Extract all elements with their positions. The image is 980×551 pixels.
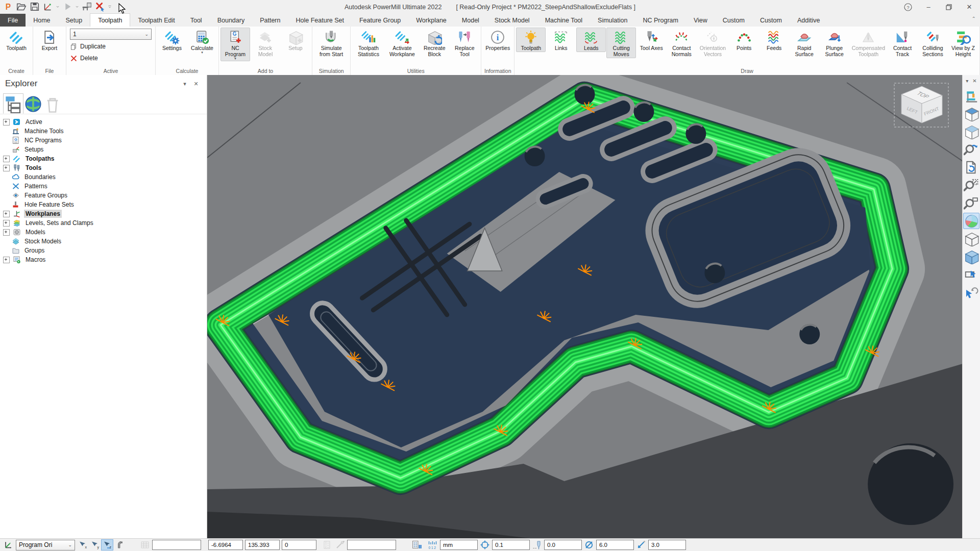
view-tool-cursor-undo-button[interactable]	[963, 284, 979, 300]
ribbon-button-calculate[interactable]: Calculate▾	[187, 28, 217, 55]
ribbon-button-contact-track[interactable]: Contact Track	[888, 28, 917, 58]
workplane-select[interactable]: Program Ori⌄	[16, 540, 75, 550]
statusbar-field-mm[interactable]: mm	[440, 540, 478, 550]
ribbon-button-duplicate[interactable]: Duplicate	[70, 41, 152, 52]
view-toolbar-menu-chevron[interactable]: ▾	[966, 78, 968, 84]
explorer-tool-globe-view[interactable]	[23, 94, 43, 114]
view-tool-refresh-page-button[interactable]	[963, 159, 979, 176]
tab-additive[interactable]: Additive	[790, 14, 827, 27]
statusbar-field-6.0[interactable]: 6.0	[596, 540, 634, 550]
tree-item-tools[interactable]: Tools	[0, 163, 207, 172]
ribbon-button-feeds[interactable]: Feeds	[760, 28, 789, 52]
ribbon-button-delete[interactable]: Delete	[70, 53, 152, 63]
ribbon-button-nc-program[interactable]: GNC Program▾	[220, 28, 250, 61]
ribbon-button-replace-tool[interactable]: Replace Tool	[450, 28, 479, 58]
active-toolpath-select[interactable]: 1⌄	[70, 29, 152, 40]
statusbar-crosshair-button[interactable]	[479, 539, 491, 550]
view-tool-wire-cube-button[interactable]	[963, 231, 979, 247]
view-toolbar-close-icon[interactable]: ✕	[972, 78, 976, 84]
close-button[interactable]: ✕	[961, 1, 978, 13]
tree-item-stock-models[interactable]: Stock Models	[0, 237, 207, 246]
tree-expander-icon[interactable]	[3, 165, 10, 171]
ribbon-button-properties[interactable]: iProperties	[483, 28, 512, 52]
view-cube[interactable]: TOP LEFT FRONT	[893, 82, 950, 129]
tab-toolpath[interactable]: Toolpath	[90, 13, 130, 27]
tab-machine-tool[interactable]: Machine Tool	[537, 14, 590, 27]
ribbon-button-recreate-block[interactable]: Recreate Block	[420, 28, 449, 58]
tab-toolpath-edit[interactable]: Toolpath Edit	[130, 14, 182, 27]
statusbar-empty-field[interactable]	[347, 540, 396, 550]
tree-item-active[interactable]: Active	[0, 117, 207, 127]
tree-item-hole-feature-sets[interactable]: Hole Feature Sets	[0, 200, 207, 209]
tab-tool[interactable]: Tool	[183, 14, 210, 27]
statusbar-counter-button[interactable]	[410, 539, 423, 550]
tree-expander-icon[interactable]	[3, 211, 10, 217]
view-tool-zoom-window-button[interactable]	[963, 195, 979, 211]
tab-workplane[interactable]: Workplane	[408, 14, 454, 27]
dropdown-caret[interactable]: ▾	[201, 51, 203, 54]
restore-button[interactable]	[940, 1, 958, 13]
tree-item-toolpaths[interactable]: Toolpaths	[0, 154, 207, 163]
statusbar-clamp-button[interactable]	[113, 539, 126, 550]
tree-item-models[interactable]: Models	[0, 228, 207, 237]
tab-simulation[interactable]: Simulation	[590, 14, 635, 27]
statusbar-field-3.0[interactable]: 3.0	[648, 540, 686, 550]
tab-hole-feature-set[interactable]: Hole Feature Set	[288, 14, 352, 27]
ribbon-button-toolpath-statistics[interactable]: Toolpath Statistics	[352, 28, 384, 58]
tree-expander-icon[interactable]	[3, 229, 10, 236]
tree-expander-icon[interactable]	[3, 220, 10, 227]
statusbar-field-0[interactable]: 0	[282, 540, 316, 550]
ribbon-button-links[interactable]: Links	[546, 28, 576, 52]
statusbar-pointer-y-button[interactable]: y	[89, 539, 101, 550]
tree-item-boundaries[interactable]: Boundaries	[0, 172, 207, 182]
tree-item-levels-sets-and-clamps[interactable]: Levels, Sets and Clamps	[0, 218, 207, 228]
dropdown-caret[interactable]: ▾	[234, 57, 236, 60]
viewport-3d[interactable]: TOP LEFT FRONT ▾ ✕	[207, 75, 980, 539]
tab-custom-18[interactable]: Custom	[752, 14, 790, 27]
view-tool-shading-button[interactable]	[963, 213, 979, 229]
statusbar-pointer-z-button[interactable]: z	[101, 539, 113, 550]
statusbar-diameter-button[interactable]	[583, 539, 595, 550]
statusbar-field--6.6964[interactable]: -6.6964	[208, 540, 243, 550]
tree-item-nc-programs[interactable]: GNC Programs	[0, 136, 207, 145]
explorer-tool-tree-view[interactable]	[3, 93, 23, 114]
tab-feature-group[interactable]: Feature Group	[352, 14, 408, 27]
tab-pattern[interactable]: Pattern	[252, 14, 288, 27]
view-tool-shaded-cube-button[interactable]	[963, 248, 979, 265]
tree-expander-icon[interactable]	[3, 119, 10, 126]
ribbon-button-settings[interactable]: Settings	[157, 28, 187, 52]
statusbar-pointer-x-button[interactable]: x	[77, 539, 89, 550]
view-tool-select-box-button[interactable]	[963, 266, 979, 283]
ribbon-button-view-by-z-height[interactable]: View by Z Height	[948, 28, 978, 58]
ribbon-button-cutting-moves[interactable]: Cutting Moves	[606, 28, 636, 58]
tree-item-setups[interactable]: Setups	[0, 145, 207, 154]
ribbon-button-tool-axes[interactable]: Tool Axes	[636, 28, 666, 52]
help-button[interactable]: ?	[899, 1, 917, 13]
tab-view[interactable]: View	[686, 14, 715, 27]
statusbar-field-135.393[interactable]: 135.393	[245, 540, 280, 550]
ribbon-button-simulate-from-start[interactable]: Simulate from Start	[314, 28, 349, 58]
explorer-menu-chevron[interactable]: ▾	[179, 81, 190, 87]
view-tool-zoom-refresh-button[interactable]	[963, 141, 979, 158]
ribbon-button-rapid-surface[interactable]: Rapid Surface	[790, 28, 819, 58]
ribbon-button-colliding-sections[interactable]: Colliding Sections	[918, 28, 948, 58]
statusbar-axes-button[interactable]	[2, 539, 14, 550]
view-tool-machine-button[interactable]	[963, 88, 979, 104]
tree-item-feature-groups[interactable]: Feature Groups	[0, 191, 207, 200]
statusbar-tool-tip-button[interactable]	[531, 539, 543, 550]
statusbar-length-arrow-button[interactable]	[635, 539, 647, 550]
ribbon-button-points[interactable]: Points	[729, 28, 759, 52]
minimize-button[interactable]: –	[920, 1, 937, 13]
statusbar-ruler-button[interactable]: 0 1 2	[427, 539, 439, 550]
ribbon-button-plunge-surface[interactable]: Plunge Surface	[820, 28, 849, 58]
tree-item-machine-tools[interactable]: Machine Tools	[0, 127, 207, 136]
ribbon-collapse-chevron[interactable]: ⌃	[972, 16, 976, 21]
view-tool-zoom-fit-button[interactable]	[963, 177, 979, 193]
tab-boundary[interactable]: Boundary	[210, 14, 253, 27]
tab-home[interactable]: Home	[26, 14, 58, 27]
ribbon-button-contact-normals[interactable]: Contact Normals	[667, 28, 696, 58]
view-tool-iso-cube-button[interactable]	[963, 106, 979, 122]
explorer-tool-trash[interactable]	[43, 94, 62, 114]
ribbon-button-activate-workplane[interactable]: Activate Workplane	[385, 28, 420, 58]
tab-model[interactable]: Model	[454, 14, 487, 27]
